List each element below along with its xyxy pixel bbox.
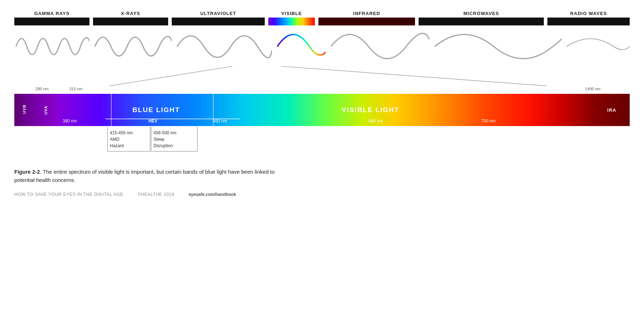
connector-svg [14,66,630,86]
ira-label: IRA [607,107,616,113]
hev-line-svg [106,117,240,121]
footer-website: eyesafe.com/handbook [189,192,236,197]
nm-1400-label: 1400 nm [585,87,600,91]
expanded-bar: UVB UVA BLUE LIGHT VISIBLE LIGHT 380 nm … [14,94,630,126]
ira-bar: IRA [594,94,630,126]
x-rays-section: X-RAYS [93,11,168,25]
caption-section: Figure 2-2. The entire spectrum of visib… [14,168,283,184]
infrared-section: INFRARED [318,11,415,25]
separator-380 [111,94,112,126]
annotation1-line2: Hazard [110,143,148,149]
nm-380-label: 380 nm [63,119,77,124]
rainbow-bar: BLUE LIGHT VISIBLE LIGHT 380 nm HEV 460 … [57,94,594,126]
gamma-rays-bar [14,18,89,25]
spectrum-labels-row: GAMMA RAYS X-RAYS ULTRAVIOLET VISIBLE IN… [14,11,630,25]
visible-bar [268,18,315,25]
sub-annotations: 415-455 nm AMD Hazard 456-500 nm Sleep D… [14,127,630,163]
footer-section: HOW TO SAVE YOUR EYES IN THE DIGITAL AGE… [14,192,630,197]
main-container: GAMMA RAYS X-RAYS ULTRAVIOLET VISIBLE IN… [0,0,644,318]
ultraviolet-section: ULTRAVIOLET [172,11,265,25]
radio-waves-section: RADIO WAVES [547,11,630,25]
radio-waves-bar [547,18,630,25]
top-nm-labels: 280 nm 315 nm 1400 nm [14,86,630,94]
uva-label: UVA [44,106,48,115]
nm-600-label: 600 nm [369,119,383,124]
spectrum-top: GAMMA RAYS X-RAYS ULTRAVIOLET VISIBLE IN… [14,11,630,66]
microwaves-label: MICROWAVES [463,11,499,16]
microwaves-section: MICROWAVES [419,11,544,25]
annotation2-line2: Disruption [153,143,195,149]
caption-text: Figure 2-2. The entire spectrum of visib… [14,168,283,184]
infrared-bar [318,18,415,25]
visible-light-label: VISIBLE LIGHT [342,106,399,114]
caption-body: . The entire spectrum of visible light i… [14,169,275,183]
x-rays-bar [93,18,168,25]
uv-wave [175,29,272,64]
visible-section: VISIBLE [268,11,315,25]
expanded-spectrum: 280 nm 315 nm 1400 nm UVB UVA BLU [14,86,630,163]
blue-light-label: BLUE LIGHT [132,106,180,114]
svg-line-1 [281,66,547,86]
waves-row [14,27,630,66]
microwaves-bar [419,18,544,25]
visible-wave [275,29,326,64]
annotation1-range: 415-455 nm [110,130,148,136]
nm-315-label: 315 nm [69,87,83,91]
gamma-rays-label: GAMMA RAYS [34,11,69,16]
ultraviolet-bar [172,18,265,25]
nm-700-label: 700 nm [481,119,496,124]
ultraviolet-label: ULTRAVIOLET [200,11,236,16]
separator-460 [213,94,214,126]
uvb-bar: UVB [14,94,36,126]
radio-waves-wave [565,29,630,64]
sleep-disruption-annotation: 456-500 nm Sleep Disruption [151,127,197,151]
footer-tagline: HOW TO SAVE YOUR EYES IN THE DIGITAL AGE [14,192,123,197]
amd-hazard-annotation: 415-455 nm AMD Hazard [107,127,150,151]
annotation2-line1: Sleep [153,136,195,143]
radio-waves-label: RADIO WAVES [570,11,607,16]
svg-line-0 [109,66,233,86]
uvb-label: UVB [22,105,26,114]
x-rays-label: X-RAYS [121,11,140,16]
uva-bar: UVA [36,94,57,126]
microwaves-wave [433,29,562,64]
gamma-rays-section: GAMMA RAYS [14,11,89,25]
annotation2-range: 456-500 nm [153,130,195,136]
nm-280-label: 280 nm [35,87,49,91]
infrared-label: INFRARED [353,11,380,16]
connector-area [14,66,630,86]
infrared-wave [329,29,429,64]
footer-copyright: ©Healthe 2019 [137,192,174,197]
annotation1-line1: AMD [110,136,148,143]
visible-label: VISIBLE [281,11,302,16]
gamma-rays-wave [14,29,89,64]
caption-bold: Figure 2-2 [14,169,40,175]
x-rays-wave [93,29,172,64]
